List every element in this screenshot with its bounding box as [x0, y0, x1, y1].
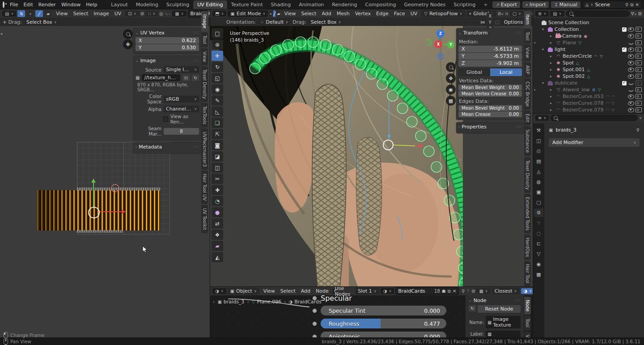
vertex-data-field[interactable]: Mean Vertex Crease0.00	[458, 91, 522, 97]
object-name[interactable]: Spot.001	[563, 67, 585, 72]
object-name[interactable]: Camera	[562, 33, 581, 39]
hide-eye-icon[interactable]	[628, 54, 634, 59]
sidebar-tab[interactable]: Hair Tool UV	[201, 170, 208, 204]
pin-icon[interactable]: ⚲	[462, 289, 465, 294]
tool-button[interactable]: ❏	[212, 118, 223, 128]
snap-target-menu[interactable]: ∷∨	[145, 11, 158, 17]
disable-render-icon[interactable]	[636, 101, 642, 106]
vertex-data-field[interactable]: Mean Bevel Weight0.00	[458, 85, 522, 90]
viewport-menu[interactable]: Mesh	[334, 10, 352, 17]
outliner-row[interactable]: • ▸ ✺ Spot.002 △	[533, 73, 644, 80]
outliner-row[interactable]: • Scene Collection	[533, 19, 644, 26]
magnet-icon[interactable]: ∩	[505, 11, 508, 16]
properties-tab[interactable]: ◍	[534, 178, 543, 186]
hide-eye-icon[interactable]	[628, 81, 634, 85]
node-value-slider[interactable]: Roughness 0.477	[321, 319, 446, 328]
node-socket[interactable]	[312, 308, 317, 313]
outliner-row[interactable]: • ▾ Collection	[533, 26, 644, 33]
outliner-display-menu[interactable]: ≣∨	[535, 11, 549, 17]
user-count[interactable]: 18	[434, 289, 440, 294]
sidebar-tab[interactable]: View	[524, 332, 531, 337]
object-name[interactable]: BezierCurve.053	[563, 94, 603, 99]
sidebar-tab[interactable]: Image	[201, 11, 208, 31]
object-name[interactable]: light	[555, 47, 565, 52]
outliner-row[interactable]: • ▸ Camera ◉	[533, 33, 644, 39]
topbar-menu[interactable]: Render	[36, 1, 59, 8]
disable-render-icon[interactable]	[636, 54, 642, 59]
edge-data-field[interactable]: Mean Bevel Weight0.00	[458, 105, 522, 111]
outliner-search-input[interactable]	[566, 10, 630, 17]
reload-image-button[interactable]: ↻	[192, 75, 199, 81]
shader-menu[interactable]: Node	[313, 288, 331, 294]
snap-mode-dropdown[interactable]: Closest∨	[492, 288, 520, 294]
mode-dropdown[interactable]: ▣Edit Mode∨	[228, 10, 268, 17]
topbar-menu[interactable]: File	[7, 1, 21, 8]
object-name[interactable]: Collection	[555, 26, 579, 32]
editor-type-menu[interactable]: ◑∨	[212, 288, 226, 294]
sidebar-tab[interactable]: View	[524, 44, 531, 61]
tool-button[interactable]: ◙	[212, 140, 223, 150]
properties-tab[interactable]: ∵	[534, 219, 543, 227]
seam-margin-field[interactable]: 8	[164, 128, 199, 135]
sidebar-tab[interactable]: Edit	[524, 111, 531, 125]
object-name[interactable]: BezierCurve.078	[563, 100, 603, 106]
shader-menu[interactable]: View	[261, 288, 278, 294]
topbar-menu[interactable]: Edit	[21, 1, 35, 8]
uv-vertex-select-button[interactable]: ∙	[26, 10, 34, 17]
viewport-menu[interactable]: UV	[408, 10, 420, 17]
exclude-checkbox[interactable]	[622, 81, 627, 85]
snap-target-menu[interactable]: ▢∨	[510, 11, 524, 17]
object-name[interactable]: Spot.002	[563, 73, 585, 79]
hide-eye-icon[interactable]	[628, 34, 634, 38]
hide-eye-icon[interactable]	[628, 74, 634, 79]
uv-menu[interactable]: UV	[112, 10, 124, 17]
median-field[interactable]: X-5.6112 m	[458, 46, 522, 52]
sidebar-tab[interactable]: Texel Density	[201, 66, 208, 102]
sidebar-tab[interactable]: Tool	[524, 29, 531, 43]
hide-eye-icon[interactable]	[628, 108, 634, 112]
sidebar-tab[interactable]: Item	[524, 11, 531, 28]
outliner-row[interactable]: • ▸ ▽ Alweid_low ⚙ ▽	[533, 86, 644, 93]
object-name[interactable]: Scene Collection	[548, 20, 589, 26]
principled-node[interactable]: Specular Specular Tint 0.000 Roughness	[312, 294, 446, 337]
copy-icon[interactable]: ⧉	[448, 289, 451, 294]
tool-button[interactable]: ✂	[212, 174, 223, 184]
outliner-row[interactable]: • ▾ light	[533, 46, 644, 53]
node-socket[interactable]	[312, 334, 317, 338]
local-button[interactable]: Local	[490, 68, 522, 76]
viewport-ortho-button[interactable]: ▦	[446, 96, 456, 106]
topbar-menu[interactable]: Window	[59, 1, 83, 8]
viewport-menu[interactable]: Edge	[373, 10, 391, 17]
expand-caret[interactable]: ▸	[550, 34, 554, 38]
tool-button[interactable]: ❖	[212, 230, 223, 240]
sidebar-tab[interactable]: Tool	[524, 315, 531, 330]
object-name[interactable]: BezierCircle	[563, 53, 592, 59]
material-browse-menu[interactable]: ◑∨	[381, 288, 394, 294]
proportional-edit-icon[interactable]: ◎	[159, 11, 163, 16]
toolbar-expand-caret[interactable]: ▸	[1, 31, 3, 36]
properties-tab[interactable]: ⚒	[534, 126, 543, 135]
import-button[interactable]: »Import	[522, 1, 549, 8]
sidebar-tab[interactable]: CSC Bridge	[524, 78, 531, 110]
expand-caret[interactable]: ▸	[550, 68, 554, 72]
pin-icon[interactable]: ⚲	[625, 2, 628, 7]
falloff-menu-icon[interactable]: ∿∨	[165, 11, 171, 16]
workspace-tab[interactable]: Modeling	[132, 0, 162, 9]
tool-button[interactable]: ⊕	[212, 39, 223, 50]
node-canvas[interactable]: › ▣braids_3 › ▽Plane.096 › ◑BraidCards S…	[210, 295, 465, 337]
object-name[interactable]: Plane	[563, 40, 576, 46]
hide-eye-icon[interactable]	[628, 88, 634, 92]
panel-title[interactable]: Metadata	[139, 144, 162, 150]
uv-gizmo-x-axis[interactable]	[98, 211, 122, 212]
orientation-value-dropdown[interactable]: ⁘Default∨	[258, 19, 291, 26]
filter-funnel-icon[interactable]: ∇∨	[631, 11, 637, 16]
fake-user-shield-icon[interactable]: ☗	[442, 289, 446, 294]
uv-sync-selection-toggle[interactable]: ⇅	[17, 10, 25, 17]
workspace-tab[interactable]: UV Editing	[193, 0, 227, 9]
object-name[interactable]: BezierCurve.079	[563, 107, 603, 113]
scene-name[interactable]: Scene	[595, 2, 623, 8]
sidebar-tab[interactable]: UVPackmaster3	[201, 128, 208, 170]
snap-toggle-icon[interactable]: ⊘	[471, 289, 475, 294]
snap-toggle-icon[interactable]: ⊘	[140, 11, 144, 16]
properties-options-caret[interactable]: ∨	[639, 116, 642, 120]
